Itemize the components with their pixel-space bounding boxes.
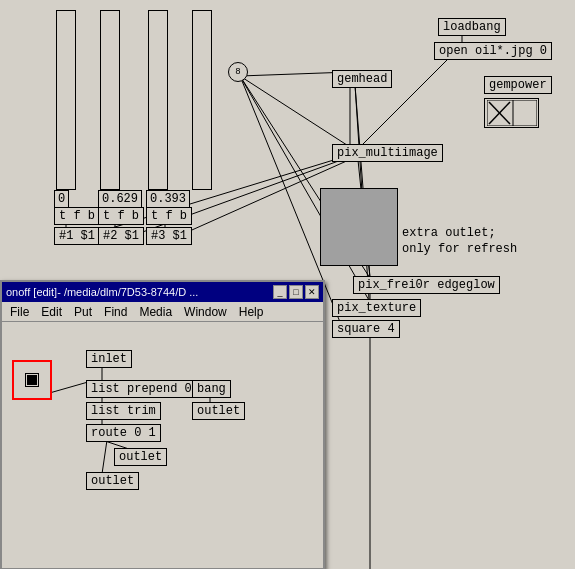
sp-outlet-2-obj[interactable]: outlet — [114, 448, 167, 466]
slider-2[interactable] — [100, 10, 120, 190]
gemhead-obj[interactable]: gemhead — [332, 70, 392, 88]
menu-window[interactable]: Window — [178, 305, 233, 319]
svg-rect-27 — [513, 100, 537, 126]
sp-bang-obj[interactable]: bang — [192, 380, 231, 398]
sp-route-obj[interactable]: route 0 1 — [86, 424, 161, 442]
hash-1[interactable]: #1 $1 — [54, 227, 100, 245]
number-1[interactable]: 0 — [54, 190, 69, 208]
close-button[interactable]: ✕ — [305, 285, 319, 299]
subpatch-titlebar: onoff [edit]- /media/dlm/7D53-8744/D ...… — [2, 282, 323, 302]
sp-inlet-obj[interactable]: inlet — [86, 350, 132, 368]
gempower-obj[interactable]: gempower — [484, 76, 552, 94]
display-box — [320, 188, 398, 266]
number-3[interactable]: 0.393 — [146, 190, 190, 208]
menu-help[interactable]: Help — [233, 305, 270, 319]
loadbang-obj[interactable]: loadbang — [438, 18, 506, 36]
subpatch-window: onoff [edit]- /media/dlm/7D53-8744/D ...… — [0, 280, 325, 569]
number-2-value: 0.629 — [102, 192, 138, 206]
toggle-inner — [25, 373, 39, 387]
tfb-1[interactable]: t f b — [54, 207, 100, 225]
menu-file[interactable]: File — [4, 305, 35, 319]
maximize-button[interactable]: □ — [289, 285, 303, 299]
sp-outlet-3-obj[interactable]: outlet — [86, 472, 139, 490]
number-2[interactable]: 0.629 — [98, 190, 142, 208]
subpatch-content: inlet list prepend 0 bang list trim outl… — [2, 322, 323, 568]
square-obj[interactable]: square 4 — [332, 320, 400, 338]
menu-put[interactable]: Put — [68, 305, 98, 319]
circle-object[interactable]: 8 — [228, 62, 248, 82]
sp-outlet-1-obj[interactable]: outlet — [192, 402, 245, 420]
hash-3[interactable]: #3 $1 — [146, 227, 192, 245]
menu-edit[interactable]: Edit — [35, 305, 68, 319]
sp-list-prepend-obj[interactable]: list prepend 0 — [86, 380, 197, 398]
subpatch-wire-layer — [2, 322, 323, 568]
number-1-value: 0 — [58, 192, 65, 206]
toggle-check — [27, 375, 37, 385]
sp-list-trim-obj[interactable]: list trim — [86, 402, 161, 420]
extra-outlet-text: extra outlet;only for refresh — [402, 226, 517, 257]
subpatch-menubar: File Edit Put Find Media Window Help — [2, 302, 323, 322]
pix-frei0r-obj[interactable]: pix_frei0r edgeglow — [353, 276, 500, 294]
gempower-display — [484, 98, 539, 128]
toggle-obj[interactable] — [12, 360, 52, 400]
menu-find[interactable]: Find — [98, 305, 133, 319]
minimize-button[interactable]: _ — [273, 285, 287, 299]
gempower-x-icon — [487, 100, 537, 126]
tfb-3[interactable]: t f b — [146, 207, 192, 225]
slider-4[interactable] — [192, 10, 212, 190]
slider-3[interactable] — [148, 10, 168, 190]
open-oil-obj[interactable]: open oil*.jpg 0 — [434, 42, 552, 60]
tfb-2[interactable]: t f b — [98, 207, 144, 225]
pix-multiimage-obj[interactable]: pix_multiimage — [332, 144, 443, 162]
hash-2[interactable]: #2 $1 — [98, 227, 144, 245]
pix-texture-obj[interactable]: pix_texture — [332, 299, 421, 317]
svg-line-32 — [102, 440, 107, 474]
slider-1[interactable] — [56, 10, 76, 190]
subpatch-title: onoff [edit]- /media/dlm/7D53-8744/D ... — [6, 286, 271, 298]
menu-media[interactable]: Media — [133, 305, 178, 319]
number-3-value: 0.393 — [150, 192, 186, 206]
circle-label: 8 — [235, 67, 240, 77]
